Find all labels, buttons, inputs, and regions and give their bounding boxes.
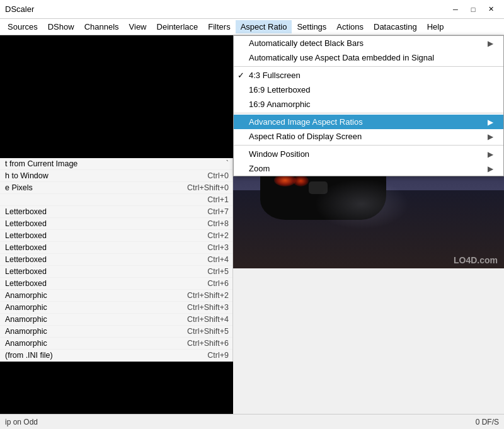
dropdown-item-display-screen[interactable]: Aspect Ratio of Display Screen ▶	[234, 129, 503, 144]
menu-item-deinterlace[interactable]: Deinterlace	[152, 20, 203, 33]
title-text: DScaler	[5, 4, 34, 14]
list-item[interactable]: Anamorphic Ctrl+Shift+4	[0, 314, 232, 326]
list-item[interactable]: e Pixels Ctrl+Shift+0	[0, 182, 232, 194]
status-text-left: ip on Odd	[5, 418, 38, 426]
checkmark-icon: ✓	[238, 71, 244, 80]
menu-item-help[interactable]: Help	[422, 20, 449, 33]
menu-item-sources[interactable]: Sources	[3, 20, 43, 33]
dropdown-item-window-position[interactable]: Window Position ▶	[234, 147, 503, 161]
dropdown-item-auto-detect[interactable]: Automatically detect Black Bars ▶	[234, 36, 503, 50]
dropdown-item-169-anamorphic[interactable]: 16:9 Anamorphic	[234, 97, 503, 112]
list-item[interactable]: (from .INI file) Ctrl+9	[0, 350, 232, 362]
list-item[interactable]: Anamorphic Ctrl+Shift+2	[0, 290, 232, 302]
menu-item-datacasting[interactable]: Datacasting	[369, 20, 422, 33]
list-item[interactable]: Letterboxed Ctrl+8	[0, 218, 232, 230]
list-item[interactable]: Anamorphic Ctrl+Shift+5	[0, 326, 232, 338]
list-item[interactable]: Letterboxed Ctrl+5	[0, 266, 232, 278]
list-item[interactable]: h to Window Ctrl+0	[0, 170, 232, 182]
list-item[interactable]: t from Current Image `	[0, 158, 232, 170]
dropdown-item-zoom[interactable]: Zoom ▶	[234, 161, 503, 176]
dropdown-item-169-letterboxed[interactable]: 16:9 Letterboxed	[234, 83, 503, 97]
left-list: t from Current Image ` h to Window Ctrl+…	[0, 158, 233, 362]
submenu-arrow-icon: ▶	[488, 39, 493, 48]
minimize-button[interactable]: ─	[447, 3, 464, 16]
video-area-top	[0, 35, 233, 158]
left-panel: t from Current Image ` h to Window Ctrl+…	[0, 35, 233, 426]
submenu-arrow-icon: ▶	[488, 150, 493, 159]
menu-item-settings[interactable]: Settings	[292, 20, 331, 33]
dropdown-separator	[234, 113, 503, 113]
submenu-arrow-icon: ▶	[488, 118, 493, 127]
menu-item-view[interactable]: View	[124, 20, 152, 33]
dropdown-separator	[234, 145, 503, 146]
dropdown-item-advanced[interactable]: Advanced Image Aspect Ratios ▶	[234, 115, 503, 129]
window-controls: ─ □ ✕	[447, 3, 499, 16]
list-item[interactable]: Letterboxed Ctrl+2	[0, 230, 232, 242]
list-item[interactable]: Letterboxed Ctrl+6	[0, 278, 232, 290]
menu-item-actions[interactable]: Actions	[331, 20, 369, 33]
dropdown-separator	[234, 66, 503, 67]
submenu-arrow-icon: ▶	[488, 132, 493, 141]
title-bar: DScaler ─ □ ✕	[0, 0, 504, 19]
maximize-button[interactable]: □	[465, 3, 481, 16]
dropdown-item-auto-aspect[interactable]: Automatically use Aspect Data embedded i…	[234, 50, 503, 65]
list-item[interactable]: Anamorphic Ctrl+Shift+3	[0, 302, 232, 314]
menu-bar: Sources DShow Channels View Deinterlace …	[0, 19, 504, 35]
list-item[interactable]: Letterboxed Ctrl+7	[0, 206, 232, 218]
menu-item-channels[interactable]: Channels	[79, 20, 124, 33]
dropdown-item-43-fullscreen[interactable]: ✓ 4:3 Fullscreen	[234, 68, 503, 83]
list-item[interactable]: Letterboxed Ctrl+4	[0, 254, 232, 266]
menu-item-filters[interactable]: Filters	[203, 20, 235, 33]
close-button[interactable]: ✕	[483, 3, 499, 16]
main-area: t from Current Image ` h to Window Ctrl+…	[0, 35, 504, 426]
list-item[interactable]: Letterboxed Ctrl+3	[0, 242, 232, 254]
status-text-fps: 0 DF/S	[476, 418, 499, 426]
list-item[interactable]: Ctrl+1	[0, 194, 232, 206]
menu-item-aspect-ratio[interactable]: Aspect Ratio	[236, 20, 292, 33]
status-bar: ip on Odd 0 DF/S	[0, 414, 504, 429]
watermark: LO4D.com	[454, 255, 498, 265]
menu-item-dshow[interactable]: DShow	[43, 20, 79, 33]
aspect-ratio-dropdown: Automatically detect Black Bars ▶ Automa…	[233, 35, 504, 176]
submenu-arrow-icon: ▶	[488, 164, 493, 173]
list-item[interactable]: Anamorphic Ctrl+Shift+6	[0, 338, 232, 350]
